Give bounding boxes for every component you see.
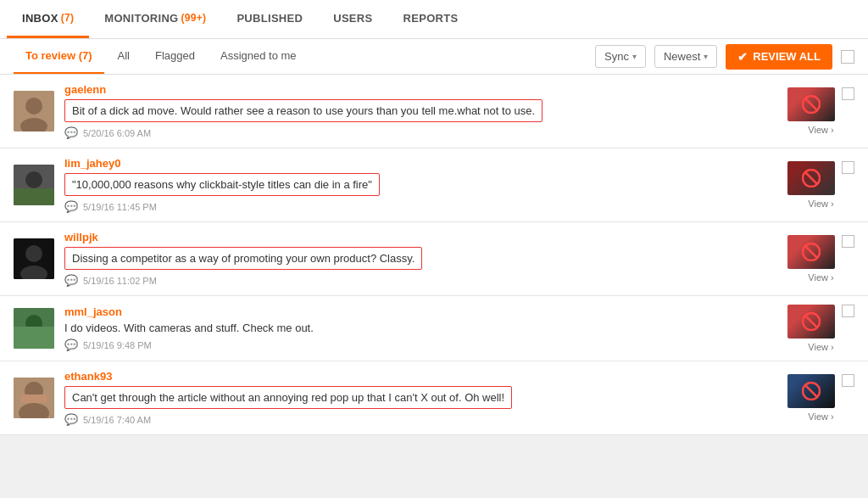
comment-username[interactable]: mml_jason xyxy=(64,305,777,318)
row-checkbox[interactable] xyxy=(842,305,854,317)
view-link[interactable]: View › xyxy=(808,342,833,352)
comment-row: willpjk Dissing a competitor as a way of… xyxy=(0,222,868,296)
svg-point-6 xyxy=(25,171,42,188)
no-sign-icon xyxy=(802,243,821,261)
newest-dropdown[interactable]: Newest ▾ xyxy=(654,45,717,68)
comment-meta: 💬 5/20/16 6:09 AM xyxy=(64,126,777,139)
chat-icon: 💬 xyxy=(64,200,78,213)
row-checkbox[interactable] xyxy=(842,87,854,100)
row-checkbox[interactable] xyxy=(842,161,854,174)
comment-body: gaelenn Bit of a dick ad move. Would rat… xyxy=(64,83,777,139)
tab-users[interactable]: USERS xyxy=(318,0,387,38)
svg-line-27 xyxy=(805,385,817,397)
svg-rect-8 xyxy=(14,188,54,205)
comment-right: View › xyxy=(787,87,854,135)
tab-published-label: PUBLISHED xyxy=(236,12,303,25)
tab-reports[interactable]: REPORTS xyxy=(388,0,474,38)
avatar xyxy=(14,238,54,279)
svg-rect-25 xyxy=(20,394,47,403)
comment-text: Can't get through the article without an… xyxy=(64,386,512,409)
subtab-all[interactable]: All xyxy=(106,39,142,74)
article-thumbnail xyxy=(787,235,835,269)
svg-point-12 xyxy=(25,245,42,262)
review-all-button[interactable]: ✔ REVIEW ALL xyxy=(726,44,832,70)
tab-inbox-badge: (7) xyxy=(61,12,75,24)
comment-meta: 💬 5/19/16 9:48 PM xyxy=(64,339,777,351)
tab-monitoring-badge: (99+) xyxy=(181,12,207,24)
comment-meta: 💬 5/19/16 11:45 PM xyxy=(64,200,777,213)
select-all-checkbox[interactable] xyxy=(841,50,854,64)
subtab-to-review[interactable]: To review (7) xyxy=(14,39,104,74)
svg-line-4 xyxy=(805,98,817,110)
comment-body: willpjk Dissing a competitor as a way of… xyxy=(64,231,777,287)
article-thumbnail xyxy=(787,161,835,195)
comment-date: 5/19/16 11:02 PM xyxy=(83,276,157,286)
avatar xyxy=(14,308,54,349)
comment-username[interactable]: willpjk xyxy=(64,231,777,243)
subtab-to-review-count: (7) xyxy=(79,49,92,62)
subtab-to-review-label: To review xyxy=(25,49,75,62)
comment-right: View › xyxy=(787,305,854,352)
sync-label: Sync xyxy=(604,50,629,63)
view-link[interactable]: View › xyxy=(808,125,833,135)
tab-reports-label: REPORTS xyxy=(403,12,459,25)
comment-username[interactable]: ethank93 xyxy=(64,370,777,383)
newest-label: Newest xyxy=(664,50,700,63)
tab-users-label: USERS xyxy=(333,12,372,25)
comment-username[interactable]: lim_jahey0 xyxy=(64,157,777,170)
avatar xyxy=(14,378,54,418)
svg-rect-19 xyxy=(14,327,54,349)
row-checkbox[interactable] xyxy=(842,374,854,387)
svg-line-15 xyxy=(805,246,817,258)
comment-date: 5/20/16 6:09 AM xyxy=(83,128,151,138)
chat-icon: 💬 xyxy=(64,413,78,426)
review-all-label: REVIEW ALL xyxy=(753,50,821,63)
chat-icon: 💬 xyxy=(64,339,78,351)
tab-published[interactable]: PUBLISHED xyxy=(221,0,318,38)
comment-meta: 💬 5/19/16 7:40 AM xyxy=(64,413,777,426)
avatar xyxy=(14,165,54,205)
comment-date: 5/19/16 11:45 PM xyxy=(83,202,157,212)
top-navigation: INBOX(7) MONITORING(99+) PUBLISHED USERS… xyxy=(0,0,868,39)
chat-icon: 💬 xyxy=(64,126,78,139)
article-thumbnail xyxy=(787,87,835,121)
no-sign-icon xyxy=(802,95,821,114)
comment-body: mml_jason I do videos. With cameras and … xyxy=(64,305,777,351)
tab-inbox-label: INBOX xyxy=(22,12,58,25)
comment-body: ethank93 Can't get through the article w… xyxy=(64,370,777,426)
row-checkbox[interactable] xyxy=(842,235,854,248)
newest-arrow-icon: ▾ xyxy=(704,52,708,61)
comment-meta: 💬 5/19/16 11:02 PM xyxy=(64,274,777,287)
svg-line-21 xyxy=(805,316,817,327)
tab-inbox[interactable]: INBOX(7) xyxy=(7,0,89,38)
comment-list: gaelenn Bit of a dick ad move. Would rat… xyxy=(0,75,868,435)
view-link[interactable]: View › xyxy=(808,411,833,422)
view-link[interactable]: View › xyxy=(808,272,833,283)
view-link[interactable]: View › xyxy=(808,199,833,209)
subtab-assigned[interactable]: Assigned to me xyxy=(209,39,309,74)
subtab-flagged[interactable]: Flagged xyxy=(143,39,207,74)
comment-text: "10,000,000 reasons why clickbait-style … xyxy=(64,173,380,196)
subtab-all-label: All xyxy=(118,49,130,62)
comment-row: lim_jahey0 "10,000,000 reasons why click… xyxy=(0,148,868,222)
comment-row: ethank93 Can't get through the article w… xyxy=(0,361,868,435)
svg-point-1 xyxy=(25,98,42,115)
comment-text: Dissing a competitor as a way of promoti… xyxy=(64,247,422,270)
comment-username[interactable]: gaelenn xyxy=(64,83,777,96)
avatar xyxy=(14,91,54,131)
no-sign-icon xyxy=(802,312,821,331)
subtab-assigned-label: Assigned to me xyxy=(220,49,297,62)
sub-navigation: To review (7) All Flagged Assigned to me… xyxy=(0,39,868,75)
no-sign-icon xyxy=(802,382,821,400)
sync-arrow-icon: ▾ xyxy=(632,52,637,61)
sync-dropdown[interactable]: Sync ▾ xyxy=(595,45,646,68)
subtab-flagged-label: Flagged xyxy=(155,49,195,62)
comment-right: View › xyxy=(787,374,854,422)
comment-date: 5/19/16 9:48 PM xyxy=(83,340,152,350)
tab-monitoring[interactable]: MONITORING(99+) xyxy=(89,0,221,38)
svg-line-10 xyxy=(805,172,817,184)
tab-monitoring-label: MONITORING xyxy=(104,12,178,25)
article-thumbnail xyxy=(787,374,835,408)
no-sign-icon xyxy=(802,169,821,187)
comment-body: lim_jahey0 "10,000,000 reasons why click… xyxy=(64,157,777,213)
